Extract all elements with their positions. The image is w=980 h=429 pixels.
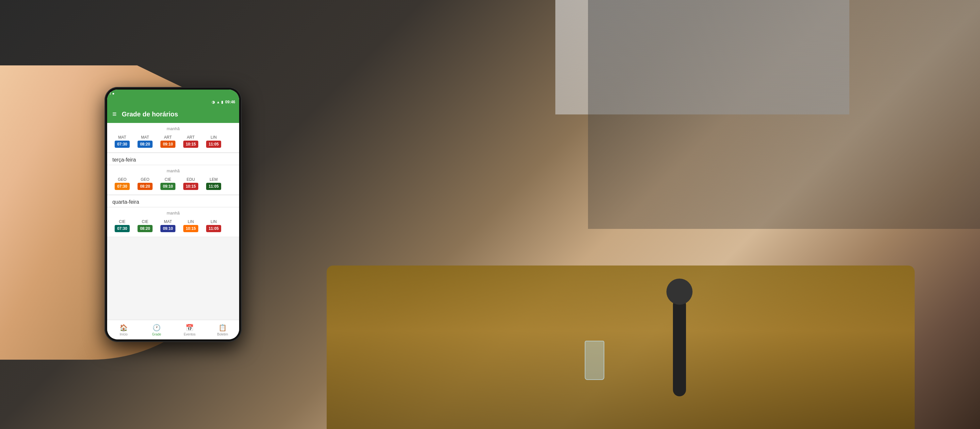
- subject-lin-1[interactable]: LIN 11:05: [204, 135, 223, 148]
- notification-bar: f ●: [107, 89, 239, 97]
- subject-art-2[interactable]: ART 10:15: [181, 135, 200, 148]
- app-toolbar: ≡ Grade de horários: [107, 107, 239, 123]
- subject-lin-3[interactable]: LIN 11:05: [204, 219, 223, 232]
- whatsapp-icon: ●: [112, 91, 115, 96]
- subject-mat-3[interactable]: MAT 09:10: [158, 219, 178, 232]
- subject-cie-3[interactable]: CIE 08:20: [135, 219, 155, 232]
- time-badge: 08:20: [137, 140, 153, 148]
- subject-name: LIN: [188, 219, 194, 224]
- background-people: [588, 0, 980, 229]
- schedule-content: manhã MAT 07:30 MAT 08:20 ART 09:10: [107, 123, 239, 320]
- nav-boletim-label: Boletim: [217, 333, 228, 336]
- subject-mat-2[interactable]: MAT 08:20: [135, 135, 155, 148]
- time-badge: 09:10: [161, 140, 176, 148]
- day-header-quarta: quarta-feira: [107, 195, 239, 207]
- section-manha-first: manhã MAT 07:30 MAT 08:20 ART 09:10: [107, 123, 239, 153]
- subject-lin-2[interactable]: LIN 10:15: [181, 219, 200, 232]
- subject-name: CIE: [142, 219, 148, 224]
- time-badge: 11:05: [206, 225, 221, 232]
- period-label-manha-3: manhã: [107, 207, 239, 217]
- subject-name: EDU: [186, 177, 195, 182]
- time-badge: 09:10: [161, 225, 176, 232]
- time-badge: 08:20: [137, 225, 153, 232]
- menu-icon[interactable]: ≡: [112, 110, 117, 118]
- schedule-row-1: MAT 07:30 MAT 08:20 ART 09:10 ART 10:15: [107, 133, 239, 153]
- nav-eventos[interactable]: 📅 Eventos: [173, 320, 206, 340]
- battery-icon: ▮: [221, 100, 223, 104]
- subject-art-1[interactable]: ART 09:10: [158, 135, 178, 148]
- microphone-head: [667, 279, 692, 305]
- subject-edu-1[interactable]: EDU 10:15: [181, 177, 200, 190]
- section-quarta: quarta-feira manhã CIE 07:30 CIE 08:20 M…: [107, 195, 239, 237]
- subject-lem-1[interactable]: LEM 11:05: [204, 177, 223, 190]
- nav-grade[interactable]: 🕐 Grade: [140, 320, 173, 340]
- brightness-icon: ◑: [212, 100, 215, 104]
- day-header-terca: terça-feira: [107, 153, 239, 165]
- time-badge: 07:30: [115, 140, 130, 148]
- time-badge: 07:30: [115, 183, 130, 190]
- time-badge: 10:15: [183, 183, 199, 190]
- period-label-manha-2: manhã: [107, 165, 239, 175]
- subject-name: LEM: [210, 177, 218, 182]
- schedule-row-3: CIE 07:30 CIE 08:20 MAT 09:10 LIN 10:15: [107, 217, 239, 237]
- time-badge: 07:30: [115, 225, 130, 232]
- subject-name: MAT: [118, 135, 126, 140]
- microphone-stand: [673, 298, 686, 396]
- calendar-icon: 📅: [186, 324, 194, 332]
- section-terca: terça-feira manhã GEO 07:30 GEO 08:20 CI…: [107, 153, 239, 195]
- nav-inicio-label: Início: [120, 333, 128, 336]
- subject-mat-1[interactable]: MAT 07:30: [112, 135, 132, 148]
- subject-name: LIN: [211, 219, 217, 224]
- subject-name: CIE: [119, 219, 126, 224]
- nav-eventos-label: Eventos: [184, 333, 195, 336]
- schedule-row-2: GEO 07:30 GEO 08:20 CIE 09:10 EDU 10:15: [107, 175, 239, 195]
- background-table: [327, 266, 915, 429]
- subject-name: MAT: [141, 135, 149, 140]
- page-title: Grade de horários: [122, 110, 178, 118]
- subject-cie-1[interactable]: CIE 09:10: [158, 177, 178, 190]
- home-icon: 🏠: [119, 324, 128, 332]
- subject-name: ART: [164, 135, 172, 140]
- time-badge: 11:05: [206, 140, 221, 148]
- subject-name: GEO: [118, 177, 127, 182]
- time-badge: 10:15: [183, 140, 199, 148]
- subject-name: GEO: [141, 177, 150, 182]
- subject-geo-1[interactable]: GEO 07:30: [112, 177, 132, 190]
- subject-cie-2[interactable]: CIE 07:30: [112, 219, 132, 232]
- subject-name: LIN: [211, 135, 217, 140]
- phone-screen: f ● ◑ ▲ ▮ 09:46 ≡ Grade de horários manh…: [107, 89, 239, 340]
- clock-icon: 🕐: [153, 324, 161, 332]
- clipboard-icon: 📋: [218, 324, 227, 332]
- facebook-icon: f: [110, 91, 111, 96]
- nav-grade-label: Grade: [152, 333, 161, 336]
- bottom-navigation: 🏠 Início 🕐 Grade 📅 Eventos 📋 Boletim: [107, 320, 239, 340]
- status-icons: ◑ ▲ ▮: [212, 100, 223, 104]
- time-badge: 10:15: [183, 225, 199, 232]
- time-badge: 09:10: [161, 183, 176, 190]
- subject-name: ART: [187, 135, 195, 140]
- time-badge: 11:05: [206, 183, 221, 190]
- signal-icon: ▲: [216, 100, 220, 104]
- phone-device: f ● ◑ ▲ ▮ 09:46 ≡ Grade de horários manh…: [105, 87, 242, 342]
- nav-inicio[interactable]: 🏠 Início: [107, 320, 140, 340]
- status-time: 09:46: [225, 100, 235, 104]
- subject-name: MAT: [164, 219, 172, 224]
- status-bar: ◑ ▲ ▮ 09:46: [107, 97, 239, 107]
- time-badge: 08:20: [137, 183, 153, 190]
- nav-boletim[interactable]: 📋 Boletim: [206, 320, 239, 340]
- subject-name: CIE: [165, 177, 171, 182]
- period-label-manha: manhã: [107, 123, 239, 133]
- water-glass: [585, 341, 605, 380]
- subject-geo-2[interactable]: GEO 08:20: [135, 177, 155, 190]
